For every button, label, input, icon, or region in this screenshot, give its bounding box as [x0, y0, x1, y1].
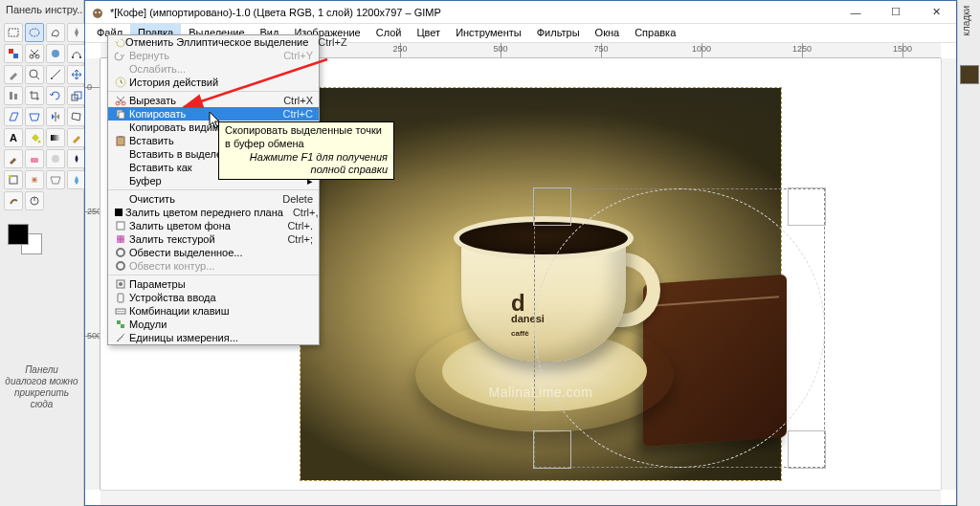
tool-rect-select[interactable] [4, 23, 23, 42]
menu-item-комбинации-клавиш[interactable]: Комбинации клавиш [108, 304, 319, 318]
menu-item-отменить-эллиптическое-выделение[interactable]: Отменить Эллиптическое выделениеCtrl+Z [108, 35, 319, 49]
svg-point-25 [95, 11, 97, 13]
ruler-h-label: 500 [493, 44, 507, 54]
cup-brand-sub: caffè [511, 329, 529, 338]
tool-move[interactable] [67, 65, 86, 84]
history-icon [112, 76, 129, 89]
toolbox-title: Панель инстру... [0, 0, 83, 19]
tool-eraser[interactable] [25, 149, 44, 168]
tool-perspective-clone[interactable] [46, 170, 65, 189]
menu-фильтры[interactable]: Фильтры [529, 24, 588, 42]
maximize-button[interactable]: ☐ [876, 1, 916, 24]
tool-ink[interactable] [67, 149, 86, 168]
menu-item-залить-текстурой[interactable]: Залить текстуройCtrl+; [108, 232, 319, 246]
menu-item-история-действий[interactable]: История действий [108, 76, 319, 89]
tool-rotate[interactable] [46, 86, 65, 105]
menu-item-label: История действий [129, 77, 313, 88]
tool-zoom[interactable] [25, 65, 44, 84]
svg-rect-31 [119, 112, 124, 119]
svg-rect-32 [117, 137, 124, 145]
svg-rect-12 [14, 94, 17, 99]
selection-handle-tr[interactable] [788, 187, 826, 226]
menu-item-залить-цветом-переднего-плана[interactable]: Залить цветом переднего планаCtrl+, [108, 206, 319, 219]
fill-bg-icon [112, 219, 129, 232]
scrollbar-horizontal[interactable] [100, 490, 941, 505]
minimize-button[interactable]: — [835, 1, 876, 24]
close-button[interactable]: ✕ [916, 1, 956, 24]
tool-by-color[interactable] [4, 44, 23, 63]
menu-слой[interactable]: Слой [368, 24, 410, 42]
svg-rect-11 [10, 92, 12, 99]
menu-item-единицы-измерения-[interactable]: Единицы измерения... [108, 331, 319, 344]
menu-item-shortcut: Ctrl+Y [283, 50, 313, 61]
menu-item-обвести-выделенное-[interactable]: Обвести выделенное... [108, 246, 319, 259]
tool-cage[interactable] [67, 107, 86, 126]
menu-item-вырезать[interactable]: ВырезатьCtrl+X [108, 94, 319, 107]
tool-dodge[interactable] [25, 191, 44, 210]
tool-crop[interactable] [25, 86, 44, 105]
svg-point-16 [38, 141, 41, 143]
tool-measure[interactable] [46, 65, 65, 84]
tool-blur[interactable] [67, 170, 86, 189]
redo-icon [112, 49, 129, 62]
tool-pencil[interactable] [67, 128, 86, 147]
menu-item-label: Залить цветом переднего плана [125, 207, 283, 218]
tool-free-select[interactable] [46, 23, 65, 42]
menu-item-label: Модули [129, 319, 313, 330]
menu-item-модули[interactable]: Модули [108, 318, 319, 331]
selection-handle-tl[interactable] [533, 187, 571, 226]
tool-blend[interactable] [46, 128, 65, 147]
menu-справка[interactable]: Справка [627, 24, 683, 42]
menu-item-label: Отменить Эллиптическое выделение [125, 36, 308, 48]
tooltip-line2: Нажмите F1 для получения полной справки [225, 151, 388, 178]
tool-fuzzy-select[interactable] [67, 23, 86, 42]
menu-item-очистить[interactable]: ОчиститьDelete [108, 192, 319, 206]
tool-scale[interactable] [67, 86, 86, 105]
units-icon [112, 331, 129, 344]
tool-paintbrush[interactable] [4, 149, 23, 168]
selection-bounds[interactable] [534, 188, 825, 468]
ruler-h-label: 1500 [893, 44, 912, 54]
tool-smudge[interactable] [4, 191, 23, 210]
selection-handle-bl[interactable] [533, 430, 571, 469]
keys-icon [112, 304, 129, 318]
tool-perspective[interactable] [25, 107, 44, 126]
tool-color-picker[interactable] [4, 65, 23, 84]
ruler-h-label: 1250 [792, 44, 812, 54]
tool-grid: A [0, 19, 83, 214]
scrollbar-vertical[interactable] [941, 58, 956, 490]
tool-align[interactable] [4, 86, 23, 105]
menu-инструменты[interactable]: Инструменты [448, 24, 529, 42]
vertical-ruler[interactable]: 0250500 [85, 58, 100, 490]
tool-airbrush[interactable] [46, 149, 65, 168]
menu-item-залить-цветом-фона[interactable]: Залить цветом фонаCtrl+. [108, 219, 319, 232]
tool-ellipse-select[interactable] [25, 23, 44, 42]
tool-paths[interactable] [67, 44, 86, 63]
tool-scissors[interactable] [25, 44, 44, 63]
fg-color[interactable] [8, 224, 29, 245]
stroke-icon [112, 259, 129, 273]
svg-rect-7 [72, 56, 74, 58]
svg-point-9 [30, 70, 37, 77]
tool-text[interactable]: A [4, 128, 23, 147]
tool-bucket[interactable] [25, 128, 44, 147]
menu-item-устройства-ввода[interactable]: Устройства ввода [108, 291, 319, 304]
menu-окна[interactable]: Окна [588, 24, 628, 42]
selection-handle-br[interactable] [788, 430, 826, 469]
svg-rect-18 [31, 158, 38, 163]
tooltip-line1: Скопировать выделенные точки в буфер обм… [225, 124, 388, 151]
tool-foreground[interactable] [46, 44, 65, 63]
menu-item-параметры[interactable]: Параметры [108, 277, 319, 291]
menu-item-label: Залить цветом фона [129, 220, 278, 231]
right-tab-label[interactable]: кладки [958, 0, 974, 42]
tool-heal[interactable] [25, 170, 44, 189]
menu-цвет[interactable]: Цвет [409, 24, 448, 42]
tool-shear[interactable] [4, 107, 23, 126]
menu-item-копировать[interactable]: КопироватьCtrl+C [108, 107, 319, 121]
fg-bg-swatch[interactable] [8, 224, 46, 258]
ruler-h-label: 750 [593, 44, 608, 54]
tool-clone[interactable] [4, 170, 23, 189]
selection-ellipse-outline [534, 188, 825, 468]
tool-flip[interactable] [46, 107, 65, 126]
layer-thumbnail[interactable] [960, 65, 979, 84]
